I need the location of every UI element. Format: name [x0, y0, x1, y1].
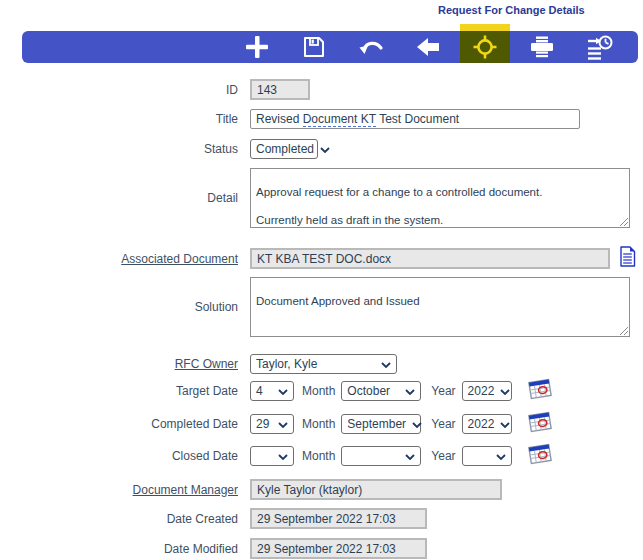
chevron-down-icon [496, 449, 506, 463]
chevron-down-icon [405, 384, 415, 398]
date-created-label: Date Created [0, 512, 238, 526]
chevron-down-icon [500, 384, 510, 398]
title-input[interactable]: Revised Document KT Test Document [250, 109, 580, 129]
detail-text: Approval request for a change to a contr… [256, 186, 542, 226]
date-created-field: 29 September 2022 17:03 [250, 508, 427, 529]
date-modified-label: Date Modified [0, 542, 238, 556]
target-date-month-select[interactable]: October [341, 381, 421, 401]
undo-icon [358, 34, 384, 60]
chevron-down-icon [278, 417, 288, 431]
target-icon [472, 34, 498, 60]
history-button[interactable] [574, 31, 624, 63]
closed-date-calendar-button[interactable] [526, 442, 554, 470]
completed-date-calendar-button[interactable] [526, 410, 554, 438]
closed-date-month-select[interactable] [341, 446, 421, 466]
save-icon [301, 34, 327, 60]
change-details-button[interactable] [460, 31, 510, 63]
target-date-label: Target Date [0, 384, 238, 398]
solution-text: Document Approved and Issued [256, 295, 420, 307]
title-text-prefix: Revised [256, 112, 303, 126]
title-text-underlined: Document KT [303, 112, 376, 127]
target-date-day-value: 4 [256, 384, 263, 398]
id-field: 143 [250, 79, 310, 100]
solution-label: Solution [0, 300, 238, 314]
month-label: Month [302, 449, 335, 463]
month-label: Month [302, 417, 335, 431]
calendar-icon [526, 442, 554, 470]
id-label: ID [0, 83, 238, 97]
row-id: ID 143 [0, 79, 643, 100]
undo-button[interactable] [346, 31, 396, 63]
date-modified-field: 29 September 2022 17:03 [250, 538, 427, 559]
resize-grip-icon[interactable] [618, 325, 628, 335]
printer-icon [528, 34, 556, 60]
completed-date-month-select[interactable]: September [341, 414, 421, 434]
print-button[interactable] [517, 31, 567, 63]
back-arrow-icon [415, 34, 441, 60]
completed-date-day-select[interactable]: 29 [250, 414, 294, 434]
year-label: Year [431, 384, 455, 398]
calendar-icon [526, 410, 554, 438]
completed-date-year-value: 2022 [468, 417, 495, 431]
row-date-created: Date Created 29 September 2022 17:03 [0, 508, 643, 529]
resize-grip-icon[interactable] [618, 216, 628, 226]
closed-date-year-select[interactable] [462, 446, 512, 466]
chevron-down-icon [500, 417, 510, 431]
detail-label: Detail [0, 191, 238, 205]
row-detail: Detail Approval request for a change to … [0, 168, 643, 228]
status-select[interactable]: Completed [250, 139, 318, 159]
row-status: Status Completed [0, 139, 643, 159]
closed-date-day-select[interactable] [250, 446, 294, 466]
row-date-modified: Date Modified 29 September 2022 17:03 [0, 538, 643, 559]
row-rfc-owner: RFC Owner Taylor, Kyle [0, 354, 643, 374]
row-title: Title Revised Document KT Test Document [0, 109, 643, 129]
associated-document-field: KT KBA TEST DOC.docx [250, 248, 610, 269]
document-icon [619, 246, 636, 271]
closed-date-label: Closed Date [0, 449, 238, 463]
row-closed-date: Closed Date Month Year [0, 444, 643, 468]
row-solution: Solution Document Approved and Issued [0, 277, 643, 337]
associated-document-link[interactable]: Associated Document [0, 252, 238, 266]
save-button[interactable] [289, 31, 339, 63]
chevron-down-icon [412, 417, 422, 431]
back-button[interactable] [403, 31, 453, 63]
detail-textarea[interactable]: Approval request for a change to a contr… [250, 168, 630, 228]
completed-date-day-value: 29 [256, 417, 269, 431]
toolbar [22, 31, 638, 63]
title-text-suffix: Test Document [376, 112, 459, 126]
document-manager-link[interactable]: Document Manager [0, 483, 238, 497]
target-date-month-value: October [347, 384, 390, 398]
target-date-year-select[interactable]: 2022 [462, 381, 512, 401]
target-date-calendar-button[interactable] [526, 377, 554, 405]
add-button[interactable] [232, 31, 282, 63]
toolbar-tooltip: Request For Change Details [438, 4, 585, 16]
status-select-value: Completed [256, 142, 314, 156]
completed-date-year-select[interactable]: 2022 [462, 414, 512, 434]
target-date-year-value: 2022 [468, 384, 495, 398]
row-target-date: Target Date 4 Month October Year 2022 [0, 379, 643, 403]
row-associated-document: Associated Document KT KBA TEST DOC.docx [0, 246, 643, 271]
month-label: Month [302, 384, 335, 398]
solution-textarea[interactable]: Document Approved and Issued [250, 277, 630, 337]
completed-date-month-value: September [347, 417, 406, 431]
chevron-down-icon [405, 449, 415, 463]
history-icon [584, 33, 614, 61]
row-document-manager: Document Manager Kyle Taylor (ktaylor) [0, 479, 643, 500]
rfc-owner-select[interactable]: Taylor, Kyle [250, 354, 397, 374]
request-for-change-details-page: Request For Change Details [0, 0, 643, 560]
target-date-day-select[interactable]: 4 [250, 381, 294, 401]
row-completed-date: Completed Date 29 Month September Year 2… [0, 412, 643, 436]
chevron-down-icon [278, 449, 288, 463]
plus-icon [244, 34, 270, 60]
open-document-button[interactable] [619, 246, 636, 271]
rfc-owner-link[interactable]: RFC Owner [0, 357, 238, 371]
document-manager-field: Kyle Taylor (ktaylor) [250, 479, 502, 500]
rfc-owner-select-value: Taylor, Kyle [256, 357, 317, 371]
completed-date-label: Completed Date [0, 417, 238, 431]
status-label: Status [0, 142, 238, 156]
year-label: Year [431, 449, 455, 463]
chevron-down-icon [278, 384, 288, 398]
year-label: Year [431, 417, 455, 431]
chevron-down-icon [381, 357, 391, 371]
calendar-icon [526, 377, 554, 405]
